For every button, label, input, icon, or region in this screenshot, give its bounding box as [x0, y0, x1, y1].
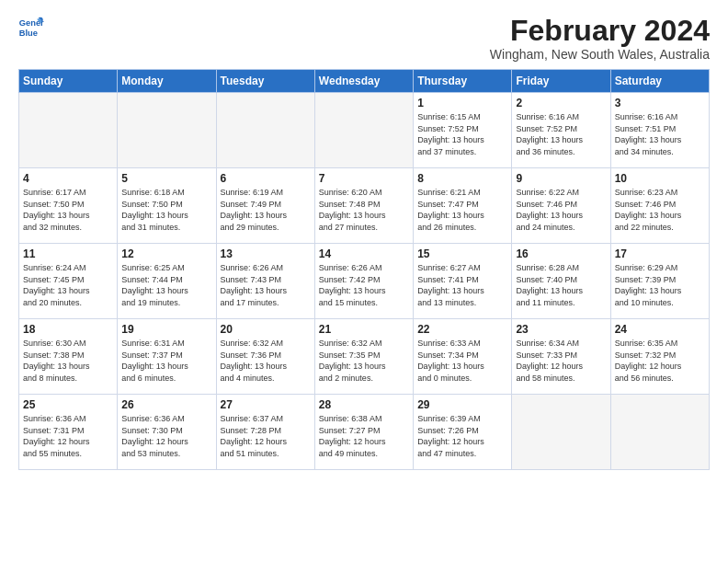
day-detail: Sunrise: 6:35 AM Sunset: 7:32 PM Dayligh…: [615, 338, 705, 384]
table-row: 27Sunrise: 6:37 AM Sunset: 7:28 PM Dayli…: [216, 395, 314, 470]
calendar-week-row: 1Sunrise: 6:15 AM Sunset: 7:52 PM Daylig…: [19, 93, 710, 168]
day-detail: Sunrise: 6:37 AM Sunset: 7:28 PM Dayligh…: [221, 413, 311, 459]
day-detail: Sunrise: 6:18 AM Sunset: 7:50 PM Dayligh…: [121, 187, 211, 233]
day-detail: Sunrise: 6:33 AM Sunset: 7:34 PM Dayligh…: [417, 338, 507, 384]
title-block: February 2024 Wingham, New South Wales, …: [490, 15, 710, 62]
table-row: 7Sunrise: 6:20 AM Sunset: 7:48 PM Daylig…: [314, 168, 413, 244]
table-row: 18Sunrise: 6:30 AM Sunset: 7:38 PM Dayli…: [19, 319, 118, 395]
svg-text:Blue: Blue: [19, 29, 38, 38]
day-detail: Sunrise: 6:17 AM Sunset: 7:50 PM Dayligh…: [23, 187, 113, 233]
day-number: 29: [417, 398, 507, 411]
table-row: 20Sunrise: 6:32 AM Sunset: 7:36 PM Dayli…: [216, 319, 314, 395]
day-number: 17: [615, 247, 705, 260]
day-number: 11: [23, 247, 113, 260]
table-row: 23Sunrise: 6:34 AM Sunset: 7:33 PM Dayli…: [512, 319, 610, 395]
table-row: 3Sunrise: 6:16 AM Sunset: 7:51 PM Daylig…: [610, 93, 709, 168]
table-row: 2Sunrise: 6:16 AM Sunset: 7:52 PM Daylig…: [512, 93, 610, 168]
day-number: 23: [516, 323, 606, 336]
table-row: 4Sunrise: 6:17 AM Sunset: 7:50 PM Daylig…: [19, 168, 118, 244]
table-row: 13Sunrise: 6:26 AM Sunset: 7:43 PM Dayli…: [216, 244, 314, 319]
table-row: [216, 93, 314, 168]
day-detail: Sunrise: 6:23 AM Sunset: 7:46 PM Dayligh…: [615, 187, 705, 233]
table-row: 17Sunrise: 6:29 AM Sunset: 7:39 PM Dayli…: [610, 244, 709, 319]
day-number: 1: [417, 97, 507, 109]
header-saturday: Saturday: [610, 70, 709, 93]
day-detail: Sunrise: 6:30 AM Sunset: 7:38 PM Dayligh…: [23, 338, 113, 384]
day-detail: Sunrise: 6:38 AM Sunset: 7:27 PM Dayligh…: [319, 413, 409, 459]
calendar-week-row: 25Sunrise: 6:36 AM Sunset: 7:31 PM Dayli…: [19, 395, 710, 470]
day-detail: Sunrise: 6:20 AM Sunset: 7:48 PM Dayligh…: [319, 187, 409, 233]
day-detail: Sunrise: 6:16 AM Sunset: 7:51 PM Dayligh…: [615, 111, 705, 157]
table-row: 29Sunrise: 6:39 AM Sunset: 7:26 PM Dayli…: [414, 395, 512, 470]
day-detail: Sunrise: 6:25 AM Sunset: 7:44 PM Dayligh…: [121, 262, 211, 308]
calendar-header-row: Sunday Monday Tuesday Wednesday Thursday…: [19, 70, 710, 93]
header: General Blue February 2024 Wingham, New …: [18, 15, 710, 62]
day-number: 18: [23, 323, 113, 336]
table-row: 22Sunrise: 6:33 AM Sunset: 7:34 PM Dayli…: [414, 319, 512, 395]
day-number: 12: [121, 247, 211, 260]
table-row: 26Sunrise: 6:36 AM Sunset: 7:30 PM Dayli…: [118, 395, 216, 470]
table-row: [19, 93, 118, 168]
day-number: 15: [417, 247, 507, 260]
table-row: [512, 395, 610, 470]
page: General Blue February 2024 Wingham, New …: [0, 0, 728, 563]
header-sunday: Sunday: [19, 70, 118, 93]
day-detail: Sunrise: 6:15 AM Sunset: 7:52 PM Dayligh…: [417, 111, 507, 157]
day-number: 4: [23, 172, 113, 185]
day-number: 5: [121, 172, 211, 185]
day-detail: Sunrise: 6:28 AM Sunset: 7:40 PM Dayligh…: [516, 262, 606, 308]
day-detail: Sunrise: 6:29 AM Sunset: 7:39 PM Dayligh…: [615, 262, 705, 308]
calendar-week-row: 4Sunrise: 6:17 AM Sunset: 7:50 PM Daylig…: [19, 168, 710, 244]
calendar: Sunday Monday Tuesday Wednesday Thursday…: [18, 69, 710, 470]
header-friday: Friday: [512, 70, 610, 93]
day-number: 14: [319, 247, 409, 260]
month-title: February 2024: [490, 15, 710, 47]
day-number: 27: [221, 398, 311, 411]
table-row: 12Sunrise: 6:25 AM Sunset: 7:44 PM Dayli…: [118, 244, 216, 319]
day-number: 9: [516, 172, 606, 185]
logo-icon: General Blue: [18, 15, 44, 40]
calendar-week-row: 11Sunrise: 6:24 AM Sunset: 7:45 PM Dayli…: [19, 244, 710, 319]
table-row: 6Sunrise: 6:19 AM Sunset: 7:49 PM Daylig…: [216, 168, 314, 244]
table-row: [610, 395, 709, 470]
day-number: 13: [221, 247, 311, 260]
day-detail: Sunrise: 6:32 AM Sunset: 7:36 PM Dayligh…: [221, 338, 311, 384]
day-number: 2: [516, 97, 606, 109]
day-number: 8: [417, 172, 507, 185]
day-detail: Sunrise: 6:32 AM Sunset: 7:35 PM Dayligh…: [319, 338, 409, 384]
day-number: 26: [121, 398, 211, 411]
table-row: 21Sunrise: 6:32 AM Sunset: 7:35 PM Dayli…: [314, 319, 413, 395]
header-thursday: Thursday: [414, 70, 512, 93]
day-detail: Sunrise: 6:26 AM Sunset: 7:43 PM Dayligh…: [221, 262, 311, 308]
day-detail: Sunrise: 6:31 AM Sunset: 7:37 PM Dayligh…: [121, 338, 211, 384]
table-row: 25Sunrise: 6:36 AM Sunset: 7:31 PM Dayli…: [19, 395, 118, 470]
day-detail: Sunrise: 6:39 AM Sunset: 7:26 PM Dayligh…: [417, 413, 507, 459]
day-number: 25: [23, 398, 113, 411]
calendar-week-row: 18Sunrise: 6:30 AM Sunset: 7:38 PM Dayli…: [19, 319, 710, 395]
day-number: 7: [319, 172, 409, 185]
table-row: 16Sunrise: 6:28 AM Sunset: 7:40 PM Dayli…: [512, 244, 610, 319]
header-tuesday: Tuesday: [216, 70, 314, 93]
day-number: 20: [221, 323, 311, 336]
day-number: 16: [516, 247, 606, 260]
table-row: 10Sunrise: 6:23 AM Sunset: 7:46 PM Dayli…: [610, 168, 709, 244]
day-number: 10: [615, 172, 705, 185]
day-detail: Sunrise: 6:34 AM Sunset: 7:33 PM Dayligh…: [516, 338, 606, 384]
table-row: 9Sunrise: 6:22 AM Sunset: 7:46 PM Daylig…: [512, 168, 610, 244]
location: Wingham, New South Wales, Australia: [490, 47, 710, 62]
table-row: 1Sunrise: 6:15 AM Sunset: 7:52 PM Daylig…: [414, 93, 512, 168]
table-row: 19Sunrise: 6:31 AM Sunset: 7:37 PM Dayli…: [118, 319, 216, 395]
day-detail: Sunrise: 6:26 AM Sunset: 7:42 PM Dayligh…: [319, 262, 409, 308]
day-number: 19: [121, 323, 211, 336]
day-detail: Sunrise: 6:19 AM Sunset: 7:49 PM Dayligh…: [221, 187, 311, 233]
logo: General Blue: [18, 15, 44, 40]
day-number: 28: [319, 398, 409, 411]
header-monday: Monday: [118, 70, 216, 93]
table-row: 8Sunrise: 6:21 AM Sunset: 7:47 PM Daylig…: [414, 168, 512, 244]
table-row: 15Sunrise: 6:27 AM Sunset: 7:41 PM Dayli…: [414, 244, 512, 319]
day-detail: Sunrise: 6:24 AM Sunset: 7:45 PM Dayligh…: [23, 262, 113, 308]
day-detail: Sunrise: 6:27 AM Sunset: 7:41 PM Dayligh…: [417, 262, 507, 308]
day-number: 3: [615, 97, 705, 109]
table-row: 14Sunrise: 6:26 AM Sunset: 7:42 PM Dayli…: [314, 244, 413, 319]
day-number: 24: [615, 323, 705, 336]
